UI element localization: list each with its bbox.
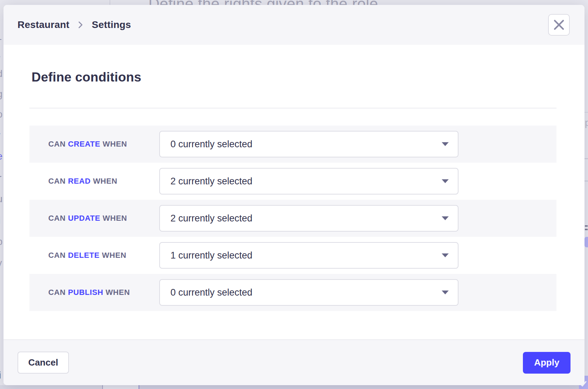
select-value: 2 currently selected: [170, 176, 252, 187]
condition-row-publish: CAN PUBLISH WHEN 0 currently selected: [29, 274, 556, 311]
label-suffix: WHEN: [93, 177, 118, 185]
condition-select-read[interactable]: 2 currently selected: [159, 168, 458, 194]
background-right-fragments: p: [584, 0, 588, 389]
bg-line: [585, 229, 588, 230]
chevron-down-icon: [442, 142, 449, 146]
condition-row-read: CAN READ WHEN 2 currently selected: [29, 163, 556, 200]
condition-select-publish[interactable]: 0 currently selected: [159, 279, 458, 306]
bg-text-fragment: p: [585, 118, 588, 128]
bg-text-fragment: -: [0, 34, 2, 44]
condition-select-update[interactable]: 2 currently selected: [159, 205, 458, 232]
condition-row-delete: CAN DELETE WHEN 1 currently selected: [29, 237, 556, 274]
condition-select-delete[interactable]: 1 currently selected: [159, 242, 458, 269]
condition-row-create: CAN CREATE WHEN 0 currently selected: [29, 126, 556, 163]
bg-text-fragment: d: [0, 69, 2, 79]
bg-text-fragment: ti: [0, 215, 1, 226]
condition-label: CAN READ WHEN: [48, 177, 117, 186]
conditions-modal: Restaurant Settings Define conditions CA…: [4, 5, 584, 385]
label-suffix: WHEN: [103, 214, 127, 222]
page-title: Define conditions: [31, 70, 141, 85]
bg-line: [584, 181, 588, 182]
background-bottom-strip: [0, 385, 588, 389]
breadcrumb-item-restaurant: Restaurant: [18, 19, 69, 30]
bg-segment: [0, 385, 102, 389]
bg-text-fragment: er: [0, 173, 1, 184]
chevron-down-icon: [442, 254, 449, 257]
cancel-button[interactable]: Cancel: [18, 352, 69, 374]
label-action: CREATE: [68, 140, 100, 148]
bg-line: [584, 158, 588, 159]
label-suffix: WHEN: [102, 251, 126, 260]
background-page-top-strip: Define the rights given to the role: [0, 0, 588, 5]
chevron-right-icon: [78, 20, 83, 29]
select-value: 1 currently selected: [170, 250, 252, 261]
background-page-subtitle: Define the rights given to the role: [148, 0, 378, 5]
condition-rows: CAN CREATE WHEN 0 currently selected CAN…: [29, 126, 556, 311]
breadcrumb: Restaurant Settings: [18, 19, 131, 30]
condition-select-create[interactable]: 0 currently selected: [159, 131, 458, 157]
chevron-down-icon: [442, 179, 449, 183]
bg-line: [585, 225, 588, 227]
bg-text-fragment: g: [0, 89, 2, 100]
label-prefix: CAN: [48, 288, 65, 297]
modal-footer: Cancel Apply: [4, 339, 584, 385]
modal-body: Define conditions CAN CREATE WHEN 0 curr…: [4, 45, 584, 339]
label-action: PUBLISH: [68, 288, 103, 297]
bg-text-fragment: v: [0, 258, 2, 269]
label-prefix: CAN: [48, 177, 65, 185]
label-prefix: CAN: [48, 251, 65, 260]
condition-label: CAN PUBLISH WHEN: [48, 288, 130, 297]
condition-label: CAN CREATE WHEN: [48, 140, 127, 149]
bg-text-fragment: r: [0, 53, 0, 64]
close-icon: [552, 18, 566, 31]
chevron-down-icon: [442, 217, 449, 220]
modal-header: Restaurant Settings: [4, 5, 584, 45]
close-button[interactable]: [548, 14, 570, 36]
bg-text-fragment: r: [0, 130, 0, 141]
bg-accent-pill: [584, 237, 588, 247]
label-suffix: WHEN: [106, 288, 130, 297]
bg-segment: [139, 385, 579, 389]
bg-text-fragment: p: [0, 236, 2, 247]
select-value: 0 currently selected: [170, 139, 252, 150]
breadcrumb-item-settings: Settings: [92, 19, 131, 30]
bg-text-fragment: ai: [0, 370, 1, 381]
label-action: READ: [68, 177, 91, 185]
label-action: DELETE: [68, 251, 99, 260]
bg-line: [584, 112, 588, 113]
divider: [29, 108, 556, 108]
bg-text-fragment: e: [0, 151, 2, 162]
select-value: 0 currently selected: [170, 287, 252, 298]
label-suffix: WHEN: [103, 140, 127, 148]
bg-segment: [103, 385, 139, 389]
condition-label: CAN DELETE WHEN: [48, 251, 126, 260]
condition-row-update: CAN UPDATE WHEN 2 currently selected: [29, 200, 556, 237]
apply-button[interactable]: Apply: [523, 352, 570, 374]
label-prefix: CAN: [48, 140, 65, 148]
bg-text-fragment: o: [0, 109, 2, 120]
background-divider: [110, 0, 110, 5]
label-prefix: CAN: [48, 214, 65, 222]
bg-text-fragment: u: [0, 194, 2, 205]
label-action: UPDATE: [68, 214, 100, 222]
select-value: 2 currently selected: [170, 213, 252, 224]
chevron-down-icon: [442, 291, 449, 295]
screen: { "colors": { "primary": "#4945ff", "tex…: [0, 0, 588, 389]
condition-label: CAN UPDATE WHEN: [48, 214, 127, 223]
